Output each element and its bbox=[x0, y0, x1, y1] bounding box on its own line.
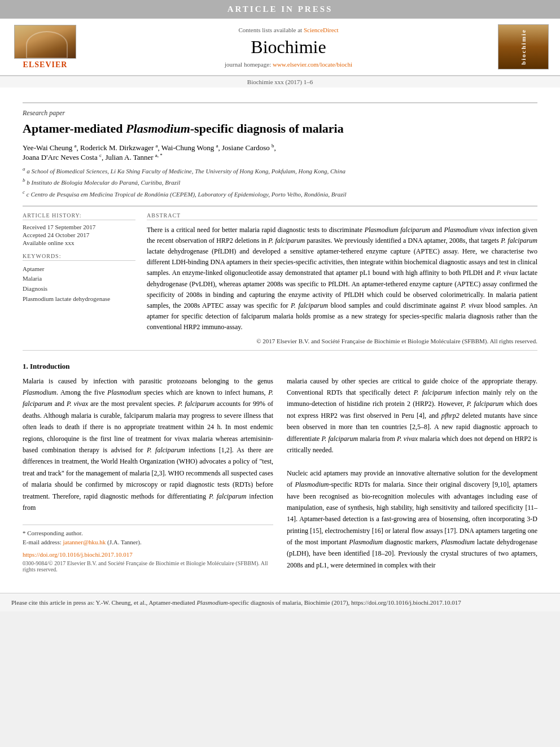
intro-right-text: malaria caused by other species are crit… bbox=[287, 375, 537, 571]
journal-center: Contents lists available at ScienceDirec… bbox=[79, 27, 498, 68]
keyword-2: Malaria bbox=[23, 274, 135, 284]
article-in-press-banner: ARTICLE IN PRESS bbox=[0, 0, 560, 19]
elsevier-logo: ELSEVIER bbox=[11, 25, 79, 69]
doi-header-line: Biochimie xxx (2017) 1–6 bbox=[0, 76, 560, 88]
keyword-3: Diagnosis bbox=[23, 284, 135, 294]
cite-prefix: Please cite this article in press as: Y.… bbox=[11, 599, 461, 606]
corresponding-author-note: * Corresponding author. bbox=[23, 530, 273, 536]
intro-left-text: Malaria is caused by infection with para… bbox=[23, 375, 273, 514]
divider-mid bbox=[23, 350, 537, 351]
accepted-date: Accepted 24 October 2017 bbox=[23, 231, 135, 238]
keyword-4: Plasmodium lactate dehydrogenase bbox=[23, 294, 135, 304]
email-label: E-mail address: bbox=[23, 539, 62, 545]
biochimie-thumbnail: biochimie bbox=[498, 24, 549, 69]
affiliation-a: a a School of Biomedical Sciences, Li Ka… bbox=[23, 165, 537, 176]
intro-right-column: malaria caused by other species are crit… bbox=[287, 375, 537, 573]
keywords-label: Keywords: bbox=[23, 253, 135, 261]
email-link[interactable]: jatanner@hku.hk bbox=[63, 539, 106, 545]
history-label: Article history: bbox=[23, 212, 135, 220]
main-content: Research paper Aptamer-mediated Plasmodi… bbox=[0, 88, 560, 582]
doi-bottom: https://doi.org/10.1016/j.biochi.2017.10… bbox=[23, 551, 273, 573]
available-date: Available online xxx bbox=[23, 239, 135, 246]
issn-line: 0300-9084/© 2017 Elsevier B.V. and Socié… bbox=[23, 560, 273, 573]
authors: Yee-Wai Cheung a, Roderick M. Dirkzwager… bbox=[23, 143, 537, 163]
title-start: Aptamer-mediated bbox=[23, 121, 126, 136]
affiliation-b: b b Instituto de Biologia Molecular do P… bbox=[23, 177, 537, 187]
divider-top bbox=[23, 102, 537, 103]
intro-heading: 1. Introduction bbox=[23, 362, 537, 371]
doi-link[interactable]: https://doi.org/10.1016/j.biochi.2017.10… bbox=[23, 551, 133, 558]
cite-banner: Please cite this article in press as: Y.… bbox=[0, 593, 560, 611]
sciencedirect-link[interactable]: ScienceDirect bbox=[304, 27, 339, 33]
article-body: Article history: Received 17 September 2… bbox=[23, 212, 537, 344]
abstract-section: Abstract There is a critical need for be… bbox=[147, 212, 537, 344]
article-info: Article history: Received 17 September 2… bbox=[23, 212, 135, 344]
elsevier-image bbox=[14, 25, 76, 59]
affiliations: a a School of Biomedical Sciences, Li Ka… bbox=[23, 165, 537, 198]
paper-type: Research paper bbox=[23, 109, 537, 117]
banner-text: ARTICLE IN PRESS bbox=[228, 5, 333, 14]
paper-title: Aptamer-mediated Plasmodium-specific dia… bbox=[23, 121, 537, 137]
contents-line: Contents lists available at ScienceDirec… bbox=[90, 27, 487, 33]
copyright-text: © 2017 Elsevier B.V. and Société Françai… bbox=[147, 338, 537, 344]
keywords-section: Keywords: Aptamer Malaria Diagnosis Plas… bbox=[23, 253, 135, 304]
divider-after-affiliations bbox=[23, 206, 537, 207]
keyword-1: Aptamer bbox=[23, 264, 135, 274]
received-date: Received 17 September 2017 bbox=[23, 224, 135, 230]
homepage-prefix: journal homepage: bbox=[225, 61, 271, 68]
title-italic: Plasmodium bbox=[126, 121, 190, 136]
email-footnote: E-mail address: jatanner@hku.hk (J.A. Ta… bbox=[23, 539, 273, 545]
intro-section: 1. Introduction Malaria is caused by inf… bbox=[23, 362, 537, 573]
page-wrapper: ARTICLE IN PRESS ELSEVIER Contents lists… bbox=[0, 0, 560, 611]
journal-header: ELSEVIER Contents lists available at Sci… bbox=[0, 19, 560, 76]
affiliation-c: c c Centro de Pesquisa em Medicina Tropi… bbox=[23, 189, 537, 199]
title-end: -specific diagnosis of malaria bbox=[190, 121, 344, 136]
email-suffix: (J.A. Tanner). bbox=[107, 539, 142, 545]
article-history: Article history: Received 17 September 2… bbox=[23, 212, 135, 246]
keywords-list: Aptamer Malaria Diagnosis Plasmodium lac… bbox=[23, 264, 135, 304]
contents-prefix: Contents lists available at bbox=[238, 27, 302, 33]
biochimie-thumb-text: biochimie bbox=[520, 29, 527, 65]
footnote-area: * Corresponding author. E-mail address: … bbox=[23, 525, 273, 545]
homepage-url[interactable]: www.elsevier.com/locate/biochi bbox=[273, 61, 352, 68]
abstract-text: There is a critical need for better mala… bbox=[147, 225, 537, 333]
intro-columns: Malaria is caused by infection with para… bbox=[23, 375, 537, 573]
journal-name: Biochimie bbox=[90, 37, 487, 58]
journal-homepage: journal homepage: www.elsevier.com/locat… bbox=[90, 61, 487, 68]
abstract-label: Abstract bbox=[147, 212, 537, 220]
intro-left-column: Malaria is caused by infection with para… bbox=[23, 375, 273, 573]
elsevier-wordmark: ELSEVIER bbox=[23, 60, 68, 69]
